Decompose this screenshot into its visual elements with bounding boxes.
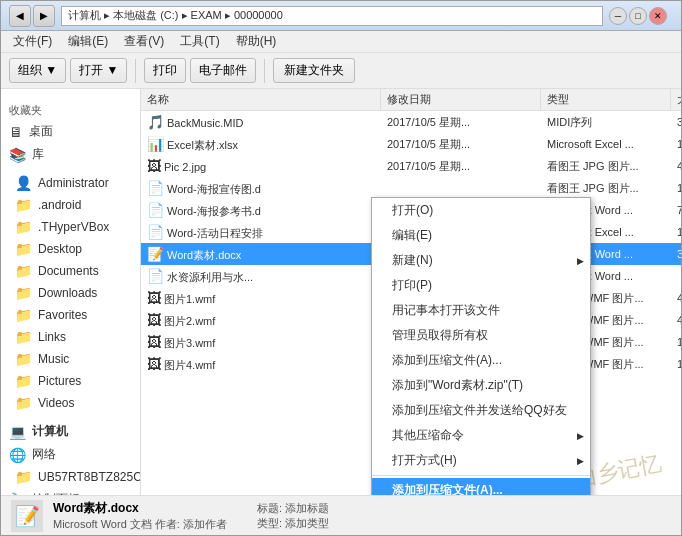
open-button[interactable]: 打开 ▼: [70, 58, 127, 83]
file-name-cell: 🖼图片3.wmf: [143, 334, 383, 351]
sidebar-item-downloads[interactable]: 📁 Downloads: [1, 282, 140, 304]
file-name-cell: 🎵BackMusic.MID: [143, 114, 383, 130]
sidebar-item-network[interactable]: 🌐 网络: [1, 443, 140, 466]
context-menu-item[interactable]: 添加到压缩文件并发送给QQ好友: [372, 398, 590, 423]
context-menu-item[interactable]: 其他压缩命令: [372, 423, 590, 448]
menu-help[interactable]: 帮助(H): [228, 31, 285, 52]
print-button[interactable]: 打印: [144, 58, 186, 83]
sidebar-item-hypervbox[interactable]: 📁 .THyperVBox: [1, 216, 140, 238]
explorer-window: ◀ ▶ 计算机 ▸ 本地磁盘 (C:) ▸ EXAM ▸ 00000000 ─ …: [0, 0, 682, 536]
sidebar-item-links[interactable]: 📁 Links: [1, 326, 140, 348]
file-list-area: 名称 修改日期 类型 大小 🎵BackMusic.MID 2017/10/5 星…: [141, 89, 681, 495]
menu-tools[interactable]: 工具(T): [172, 31, 227, 52]
context-menu-item[interactable]: 编辑(E): [372, 223, 590, 248]
forward-button[interactable]: ▶: [33, 5, 55, 27]
sidebar-item-label: Downloads: [38, 286, 97, 300]
new-folder-label: 新建文件夹: [284, 63, 344, 77]
file-icon: 🎵: [147, 114, 164, 130]
table-row[interactable]: 📄Word-海报宣传图.d 看图王 JPG 图片... 100 KB: [141, 177, 681, 199]
maximize-button[interactable]: □: [629, 7, 647, 25]
menu-file[interactable]: 文件(F): [5, 31, 60, 52]
open-label: 打开 ▼: [79, 62, 118, 79]
back-button[interactable]: ◀: [9, 5, 31, 27]
sidebar-item-android[interactable]: 📁 .android: [1, 194, 140, 216]
sidebar-item-desktop-folder[interactable]: 📁 Desktop: [1, 238, 140, 260]
toolbar: 组织 ▼ 打开 ▼ 打印 电子邮件 新建文件夹: [1, 53, 681, 89]
sidebar-item-ub57[interactable]: 📁 UB57RT8BTZ825C: [1, 466, 140, 488]
col-header-type[interactable]: 类型: [541, 89, 671, 110]
sidebar-item-controlpanel[interactable]: 🔧 控制面板: [1, 488, 140, 495]
nav-arrows: ◀ ▶: [9, 5, 55, 27]
sidebar-item-label: 桌面: [29, 123, 53, 140]
context-menu-item[interactable]: 用记事本打开该文件: [372, 298, 590, 323]
close-button[interactable]: ✕: [649, 7, 667, 25]
context-menu-item[interactable]: 打开方式(H): [372, 448, 590, 473]
file-size-cell: 3 KB: [673, 116, 681, 128]
sidebar-item-label: Links: [38, 330, 66, 344]
title-bar: ◀ ▶ 计算机 ▸ 本地磁盘 (C:) ▸ EXAM ▸ 00000000 ─ …: [1, 1, 681, 31]
file-icon: 📊: [147, 136, 164, 152]
folder-icon: 📁: [15, 263, 32, 279]
address-bar[interactable]: 计算机 ▸ 本地磁盘 (C:) ▸ EXAM ▸ 00000000: [61, 6, 603, 26]
col-header-name[interactable]: 名称: [141, 89, 381, 110]
sidebar-item-music[interactable]: 📁 Music: [1, 348, 140, 370]
sidebar-item-administrator[interactable]: 👤 Administrator: [1, 172, 140, 194]
computer-icon: 💻: [9, 424, 26, 440]
sidebar-item-label: Favorites: [38, 308, 87, 322]
context-menu-item[interactable]: 打开(O): [372, 198, 590, 223]
file-icon: 📄: [147, 202, 164, 218]
context-menu-item[interactable]: 添加到"Word素材.zip"(T): [372, 373, 590, 398]
folder-icon: 📁: [15, 307, 32, 323]
status-title: 标题: 添加标题: [257, 501, 329, 516]
file-date-cell: 2017/10/5 星期...: [383, 159, 543, 174]
context-menu-item[interactable]: 管理员取得所有权: [372, 323, 590, 348]
menu-edit[interactable]: 编辑(E): [60, 31, 116, 52]
file-date-cell: 2017/10/5 星期...: [383, 137, 543, 152]
new-folder-button[interactable]: 新建文件夹: [273, 58, 355, 83]
sidebar-item-computer[interactable]: 💻 计算机: [1, 420, 140, 443]
file-size-cell: 11 KB: [673, 138, 681, 150]
file-list-header: 名称 修改日期 类型 大小: [141, 89, 681, 111]
status-type: 类型: 添加类型: [257, 516, 329, 531]
sidebar-item-videos[interactable]: 📁 Videos: [1, 392, 140, 414]
file-icon: 📄: [147, 180, 164, 196]
file-size-cell: 46 KB: [673, 292, 681, 304]
table-row[interactable]: 🎵BackMusic.MID 2017/10/5 星期... MIDI序列 3 …: [141, 111, 681, 133]
status-filename: Word素材.docx: [53, 500, 227, 517]
sidebar-item-desktop[interactable]: 🖥 桌面: [1, 120, 140, 143]
email-button[interactable]: 电子邮件: [190, 58, 256, 83]
table-row[interactable]: 📊Excel素材.xlsx 2017/10/5 星期... Microsoft …: [141, 133, 681, 155]
table-row[interactable]: 🖼Pic 2.jpg 2017/10/5 星期... 看图王 JPG 图片...…: [141, 155, 681, 177]
sidebar: 收藏夹 🖥 桌面 📚 库 👤 Administrator 📁 .android …: [1, 89, 141, 495]
file-type-cell: 看图王 JPG 图片...: [543, 159, 673, 174]
col-type-label: 类型: [547, 92, 569, 107]
sidebar-item-favorites[interactable]: 📁 Favorites: [1, 304, 140, 326]
context-menu-item[interactable]: 添加到压缩文件(A)...: [372, 478, 590, 495]
minimize-button[interactable]: ─: [609, 7, 627, 25]
main-area: 收藏夹 🖥 桌面 📚 库 👤 Administrator 📁 .android …: [1, 89, 681, 495]
col-header-date[interactable]: 修改日期: [381, 89, 541, 110]
organize-button[interactable]: 组织 ▼: [9, 58, 66, 83]
context-menu-item[interactable]: 打印(P): [372, 273, 590, 298]
col-name-label: 名称: [147, 92, 169, 107]
sidebar-item-label: Documents: [38, 264, 99, 278]
file-icon: 📝: [147, 246, 164, 262]
folder-icon: 📁: [15, 197, 32, 213]
sidebar-item-documents[interactable]: 📁 Documents: [1, 260, 140, 282]
file-size-cell: 705 KB: [673, 204, 681, 216]
context-menu-item[interactable]: 添加到压缩文件(A)...: [372, 348, 590, 373]
col-header-size[interactable]: 大小: [671, 89, 681, 110]
file-name-cell: 🖼Pic 2.jpg: [143, 158, 383, 174]
menu-view[interactable]: 查看(V): [116, 31, 172, 52]
toolbar-separator-1: [135, 59, 136, 83]
folder-icon: 📁: [15, 395, 32, 411]
file-size-cell: 38 KB: [673, 248, 681, 260]
sidebar-item-pictures[interactable]: 📁 Pictures: [1, 370, 140, 392]
file-name-cell: 📝Word素材.docx: [143, 246, 383, 263]
context-menu-item[interactable]: 新建(N): [372, 248, 590, 273]
network-icon: 🌐: [9, 447, 26, 463]
file-icon: 📄: [147, 224, 164, 240]
sidebar-item-library[interactable]: 📚 库: [1, 143, 140, 166]
file-size-cell: 48 KB: [673, 314, 681, 326]
sidebar-item-label: Music: [38, 352, 69, 366]
